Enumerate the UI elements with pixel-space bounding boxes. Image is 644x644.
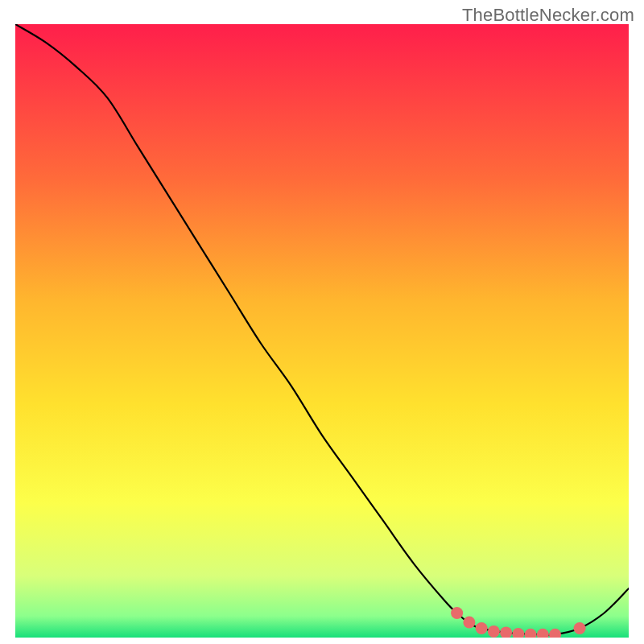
marker-dot (488, 625, 500, 638)
chart-container (15, 24, 629, 638)
marker-dot (451, 607, 463, 619)
marker-dot (463, 616, 475, 628)
gradient-background (15, 24, 629, 638)
chart-svg (15, 24, 629, 638)
watermark-text: TheBottleNecker.com (462, 5, 634, 26)
marker-dot (476, 622, 488, 634)
marker-dot (574, 622, 586, 634)
